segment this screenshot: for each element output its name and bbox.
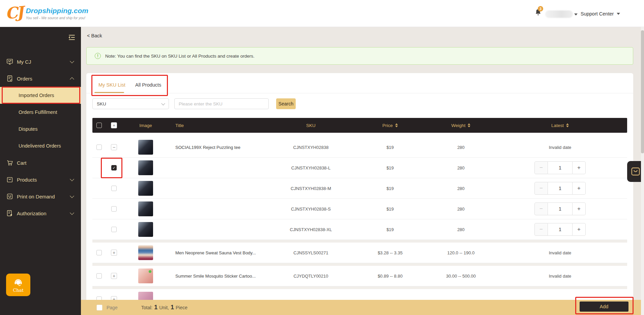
page-label: Page — [107, 305, 118, 310]
select-all-checkbox[interactable] — [96, 123, 102, 128]
variant-checkbox[interactable] — [111, 227, 117, 232]
tab-my-sku-list[interactable]: My SKU List — [98, 82, 125, 88]
row-expand-cell: − — [106, 144, 122, 150]
latest-cell: Invalid date — [493, 145, 627, 150]
product-sku: CJNSTXYH02838-M — [270, 186, 351, 191]
latest-cell: −1+ — [493, 182, 627, 195]
note-text: Note: You can find the SKU on SKU List o… — [105, 54, 255, 59]
bottom-action-bar: Page Total: 1 Unit, 1 Piece Add — [81, 300, 644, 315]
table-header: + Image Title SKU Price Weight Latest — [92, 118, 627, 133]
latest-date: Invalid date — [549, 274, 572, 279]
sidebar-item-orders-fulfillment[interactable]: Orders Fulfillment — [0, 104, 81, 121]
notifications-button[interactable]: 3 — [534, 8, 544, 20]
product-weight: 30.00 -- 500.00 — [429, 274, 493, 279]
sidebar-item-disputes[interactable]: Disputes — [0, 121, 81, 137]
collapse-row-button[interactable]: − — [111, 144, 117, 150]
sidebar-item-my-cj[interactable]: My CJ — [0, 53, 81, 70]
scrollbar-track[interactable] — [641, 27, 644, 315]
user-menu-caret-icon[interactable] — [574, 13, 578, 15]
total-unit-value: 1 — [154, 304, 157, 311]
qty-decrease-button[interactable]: − — [534, 202, 548, 215]
qty-decrease-button[interactable]: − — [534, 161, 548, 174]
product-sku: CJNSTXYH02838-L — [270, 165, 351, 170]
search-button[interactable]: Search — [276, 98, 296, 109]
sort-icon[interactable] — [468, 123, 470, 127]
qty-increase-button[interactable]: + — [572, 223, 586, 236]
latest-cell: −1+ — [493, 161, 627, 174]
note-banner: ! Note: You can find the SKU on SKU List… — [86, 47, 633, 65]
support-center-label: Support Center — [581, 11, 614, 17]
qty-increase-button[interactable]: + — [572, 202, 586, 215]
back-link[interactable]: < Back — [87, 33, 102, 38]
row-expand-cell — [106, 165, 122, 170]
qty-value[interactable]: 1 — [548, 202, 572, 215]
variant-checkbox[interactable] — [111, 165, 117, 170]
expand-row-button[interactable]: + — [111, 250, 117, 256]
chevron-down-icon — [70, 211, 74, 215]
page-select-checkbox[interactable] — [96, 305, 103, 311]
latest-cell: Invalid date — [493, 250, 627, 255]
collapse-sidebar-button[interactable] — [67, 33, 76, 42]
quantity-stepper: −1+ — [534, 161, 586, 174]
orders-icon — [6, 75, 13, 82]
latest-cell: Invalid date — [493, 274, 627, 279]
qty-decrease-button[interactable]: − — [534, 223, 548, 236]
cj-logo[interactable]: CJ Dropshipping.com You sell - We source… — [5, 3, 88, 22]
product-weight: 280 — [429, 207, 493, 212]
product-image-cell — [122, 160, 169, 175]
scrollbar-thumb[interactable] — [641, 30, 644, 153]
support-center-caret-icon — [617, 13, 620, 15]
qty-value[interactable]: 1 — [548, 182, 572, 195]
sort-icon[interactable] — [395, 123, 398, 127]
row-checkbox[interactable] — [96, 145, 102, 150]
tab-all-products[interactable]: All Products — [135, 82, 161, 88]
expand-row-button[interactable]: + — [111, 273, 117, 279]
product-price: $19 — [351, 145, 429, 150]
product-image — [138, 245, 153, 260]
column-price[interactable]: Price — [351, 123, 429, 128]
collapse-sidebar-icon — [67, 33, 76, 42]
product-image — [138, 160, 153, 175]
column-latest[interactable]: Latest — [493, 123, 627, 128]
sidebar-item-print-on-demand[interactable]: Print on Demand — [0, 188, 81, 205]
qty-increase-button[interactable]: + — [572, 182, 586, 195]
product-sku: CJYDQTLY00210 — [270, 274, 351, 279]
row-expand-cell — [106, 206, 122, 212]
user-name-blurred[interactable] — [545, 10, 573, 18]
chat-button[interactable]: Chat — [6, 274, 30, 296]
sku-type-select[interactable]: SKU — [92, 98, 169, 109]
qty-value[interactable]: 1 — [548, 161, 572, 174]
product-image-cell — [122, 181, 169, 196]
sidebar-item-cart[interactable]: Cart — [0, 154, 81, 171]
variant-checkbox[interactable] — [111, 186, 117, 191]
row-checkbox[interactable] — [96, 250, 102, 255]
latest-cell: −1+ — [493, 223, 627, 236]
product-price: $19 — [351, 227, 429, 232]
row-checkbox[interactable] — [96, 273, 102, 279]
expand-all-button[interactable]: + — [111, 122, 117, 128]
add-button[interactable]: Add — [580, 302, 628, 312]
sidebar-item-imported-orders[interactable]: Imported Orders — [0, 87, 81, 104]
row-separator — [92, 263, 627, 266]
quantity-stepper: −1+ — [534, 223, 586, 236]
row-select-cell — [92, 250, 106, 255]
cart-icon — [6, 159, 13, 166]
sort-icon[interactable] — [566, 123, 569, 127]
sku-search-input[interactable] — [174, 98, 269, 109]
product-title: Men Neoprene Sweat Sauna Vest Body... — [169, 250, 270, 255]
sidebar-item-authorization[interactable]: Authorization — [0, 205, 81, 222]
sidebar-item-products[interactable]: Products — [0, 171, 81, 188]
qty-value[interactable]: 1 — [548, 223, 572, 236]
row-expand-cell — [106, 227, 122, 232]
qty-increase-button[interactable]: + — [572, 161, 586, 174]
qty-decrease-button[interactable]: − — [534, 182, 548, 195]
filter-row: SKU Search — [92, 98, 296, 109]
product-price: $19 — [351, 186, 429, 191]
sidebar-item-undelivered-orders[interactable]: Undelivered Orders — [0, 137, 81, 154]
product-sku: CJNSTXYH02838 — [270, 145, 351, 150]
column-weight[interactable]: Weight — [429, 123, 493, 128]
support-center-menu[interactable]: Support Center — [581, 11, 620, 17]
sidebar-item-orders[interactable]: Orders — [0, 70, 81, 87]
chevron-down-icon — [70, 177, 74, 181]
variant-checkbox[interactable] — [111, 206, 117, 212]
